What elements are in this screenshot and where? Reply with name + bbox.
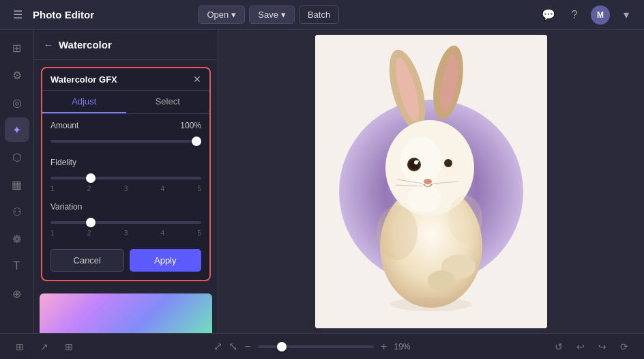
- main-content: ⊞ ⚙ ◎ ✦ ⬡ ▦ ⚇ ❁ T ⊕ ← Watercolor Waterco…: [0, 30, 644, 333]
- variation-label: Variation: [50, 202, 82, 212]
- history-icon[interactable]: ⟳: [615, 338, 633, 356]
- adjust-icon[interactable]: ⚙: [5, 63, 29, 87]
- export-icon[interactable]: ⊕: [5, 281, 29, 306]
- bottombar-right: ↺ ↩ ↪ ⟳: [550, 338, 633, 356]
- amount-value: 100%: [180, 121, 201, 130]
- tick-1: 1: [50, 185, 55, 192]
- chevron-down-icon: ▾: [231, 10, 236, 20]
- tick-3: 3: [124, 185, 128, 192]
- fidelity-slider[interactable]: [50, 177, 201, 180]
- topbar-left: ☰ Photo Editor: [8, 5, 94, 25]
- amount-slider[interactable]: [50, 140, 201, 143]
- canvas-area: [218, 30, 644, 333]
- svg-point-13: [444, 159, 452, 167]
- menu-icon[interactable]: ☰: [8, 5, 27, 25]
- panel-header: ← Watercolor: [34, 30, 218, 60]
- open-button[interactable]: Open ▾: [198, 5, 245, 24]
- bottombar-center: ⤢ ⤡ − + 19%: [214, 339, 415, 355]
- rabbit-canvas: [315, 35, 547, 328]
- layers-icon[interactable]: ▦: [5, 172, 29, 197]
- zoom-value: 19%: [394, 342, 415, 351]
- people-icon[interactable]: ⚇: [5, 199, 29, 224]
- amount-label-row: Amount 100%: [50, 121, 201, 130]
- text-icon[interactable]: T: [5, 254, 29, 278]
- redo-icon[interactable]: ↺: [550, 338, 568, 356]
- tab-adjust[interactable]: Adjust: [42, 91, 126, 113]
- filter-icon[interactable]: ⬡: [5, 145, 29, 169]
- variation-slider[interactable]: [50, 221, 201, 224]
- topbar: ☰ Photo Editor Open ▾ Save ▾ Batch 💬 ? M…: [0, 0, 644, 30]
- amount-slider-container: [50, 133, 201, 145]
- watercolor-gfx-popup: Watercolor GFX ✕ Adjust Select Amount 10…: [41, 67, 211, 281]
- vtick-2: 2: [87, 229, 91, 237]
- svg-point-23: [390, 298, 472, 311]
- fit-icon[interactable]: ⤡: [228, 339, 237, 355]
- tick-2: 2: [87, 185, 91, 192]
- list-item[interactable]: Watercolor 1 Ri: [40, 293, 212, 333]
- redo-forward-icon[interactable]: ↪: [594, 338, 611, 356]
- svg-point-20: [428, 270, 455, 291]
- popup-close-button[interactable]: ✕: [193, 74, 201, 85]
- apply-button[interactable]: Apply: [130, 249, 202, 272]
- amount-section: Amount 100%: [42, 114, 209, 155]
- svg-point-12: [418, 160, 420, 162]
- topbar-center: Open ▾ Save ▾ Batch: [198, 5, 339, 24]
- chevron-down-icon: ▾: [281, 10, 286, 20]
- variation-label-row: Variation: [50, 202, 201, 212]
- vtick-4: 4: [161, 229, 165, 237]
- topbar-right: 💬 ? M ▾: [539, 5, 636, 25]
- tab-select[interactable]: Select: [126, 91, 210, 113]
- variation-ticks: 1 2 3 4 5: [50, 229, 201, 237]
- fidelity-ticks: 1 2 3 4 5: [50, 185, 201, 192]
- avatar-chevron-icon[interactable]: ▾: [617, 5, 636, 25]
- vtick-3: 3: [124, 229, 128, 237]
- tick-4: 4: [161, 185, 165, 192]
- amount-label: Amount: [50, 121, 78, 130]
- layers-bottom-icon[interactable]: ⊞: [11, 338, 29, 356]
- undo-icon[interactable]: ↩: [572, 338, 589, 356]
- vtick-1: 1: [50, 229, 55, 237]
- bottombar: ⊞ ↗ ⊞ ⤢ ⤡ − + 19% ↺ ↩ ↪ ⟳: [0, 333, 644, 359]
- canvas-wrapper: [315, 35, 547, 328]
- grid-icon[interactable]: ⊞: [60, 338, 78, 356]
- thumbnail-watercolor1: [40, 293, 212, 333]
- zoom-slider[interactable]: [258, 345, 374, 348]
- fidelity-section: Fidelity 1 2 3 4 5: [42, 155, 209, 199]
- thumbnail-list: Watercolor 1 Ri Watercolor 2: [34, 288, 218, 333]
- view-icon[interactable]: ◎: [5, 90, 29, 115]
- save-button[interactable]: Save ▾: [249, 5, 295, 24]
- expand-icon[interactable]: ⤢: [214, 339, 223, 355]
- panel-title: Watercolor: [59, 39, 112, 51]
- transform-icon[interactable]: ↗: [35, 338, 53, 356]
- effects-icon[interactable]: ✦: [5, 117, 29, 142]
- avatar[interactable]: M: [591, 5, 610, 25]
- zoom-out-icon[interactable]: −: [243, 339, 252, 355]
- svg-point-18: [407, 185, 441, 212]
- help-icon[interactable]: ?: [565, 5, 584, 25]
- bottombar-left: ⊞ ↗ ⊞: [11, 338, 78, 356]
- vtick-5: 5: [197, 229, 201, 237]
- svg-point-14: [424, 179, 432, 184]
- variation-section: Variation 1 2 3 4 5: [42, 199, 209, 244]
- fidelity-slider-container: [50, 170, 201, 182]
- popup-tabs: Adjust Select: [42, 91, 209, 114]
- tick-5: 5: [197, 185, 201, 192]
- popup-header: Watercolor GFX ✕: [42, 68, 209, 91]
- panel: ← Watercolor Watercolor GFX ✕ Adjust Sel…: [34, 30, 218, 333]
- batch-button[interactable]: Batch: [299, 5, 339, 24]
- chat-icon[interactable]: 💬: [539, 5, 558, 25]
- cancel-button[interactable]: Cancel: [50, 249, 124, 272]
- crop-icon[interactable]: ⊞: [5, 35, 29, 60]
- svg-point-8: [400, 137, 441, 185]
- popup-actions: Cancel Apply: [42, 244, 209, 280]
- fidelity-label-row: Fidelity: [50, 158, 201, 167]
- back-button[interactable]: ←: [44, 40, 53, 51]
- svg-point-21: [377, 205, 418, 260]
- sidebar-icons: ⊞ ⚙ ◎ ✦ ⬡ ▦ ⚇ ❁ T ⊕: [0, 30, 34, 333]
- sticker-icon[interactable]: ❁: [5, 227, 29, 251]
- variation-slider-container: [50, 214, 201, 227]
- app-title: Photo Editor: [33, 9, 94, 20]
- fidelity-label: Fidelity: [50, 158, 76, 167]
- svg-point-22: [448, 195, 482, 243]
- zoom-in-icon[interactable]: +: [379, 339, 389, 355]
